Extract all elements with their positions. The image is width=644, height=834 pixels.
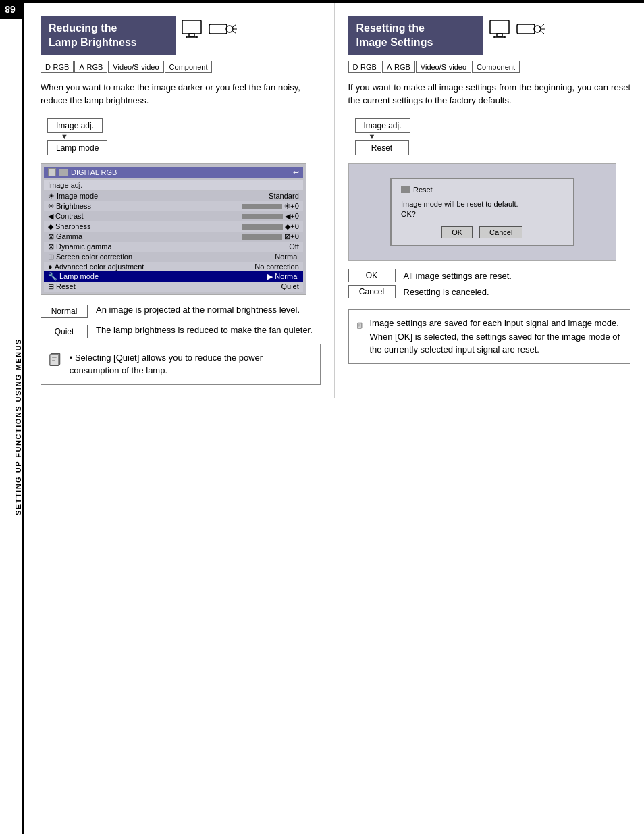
svg-rect-15	[494, 36, 505, 38]
screenshot-header-row: Image adj.	[44, 180, 303, 190]
svg-rect-22	[357, 323, 361, 328]
normal-description: An image is projected at the normal brig…	[96, 303, 300, 317]
screenshot-row-dynamic-gamma: ⊠ Dynamic gamma Off	[44, 242, 303, 252]
svg-rect-0	[182, 20, 201, 34]
right-note-box: Image settings are saved for each input …	[348, 309, 631, 364]
dialog-message-1: Image mode will be reset to default.	[401, 199, 564, 209]
svg-line-5	[233, 24, 236, 27]
left-section-header: Reducing the Lamp Brightness	[41, 16, 321, 55]
right-tag-component: Component	[472, 61, 520, 73]
result-ok-text: All image settings are reset.	[404, 271, 512, 281]
reset-dialog-screenshot: Reset Image mode will be reset to defaul…	[348, 163, 617, 261]
result-cancel-text: Resetting is canceled.	[404, 287, 489, 297]
page-container: SETTING UP FUNCTIONS USING MENUS 68 Redu…	[0, 0, 644, 834]
dialog-cancel-button[interactable]: Cancel	[479, 226, 522, 238]
option-normal-row: Normal An image is projected at the norm…	[41, 303, 321, 318]
screenshot-row-advanced-color: ● Advanced color adjustment No correctio…	[44, 262, 303, 271]
tag-component: Component	[165, 61, 213, 73]
option-quiet-row: Quiet The lamp brightness is reduced to …	[41, 323, 321, 338]
screenshot-row-gamma: ⊠ Gamma ⊠+0	[44, 232, 303, 242]
screenshot-row-image-mode: ☀ Image mode Standard	[44, 191, 303, 201]
dialog-ok-button[interactable]: OK	[441, 226, 473, 238]
monitor-icon-right	[489, 19, 516, 41]
left-menu-nav: Image adj. ▼ Lamp mode	[47, 118, 321, 155]
left-note-text: • Selecting [Quiet] allows you to reduce…	[70, 351, 312, 377]
right-menu-arrow: ▼	[369, 133, 376, 140]
left-column: Reducing the Lamp Brightness	[24, 3, 334, 398]
right-menu-image-adj: Image adj.	[355, 118, 410, 133]
left-screenshot: DIGITAL RGB ↩ Image adj. ☀ Image mode St…	[41, 163, 306, 295]
note-icon	[49, 351, 63, 370]
projector-icon-right	[516, 19, 545, 41]
screenshot-row-screen-color: ⊞ Screen color correction Normal	[44, 252, 303, 262]
dialog-message-2: OK?	[401, 209, 564, 219]
dialog-titlebar: Reset	[401, 186, 564, 194]
dialog-content: Image mode will be reset to default. OK?	[401, 199, 564, 220]
content-area: Reducing the Lamp Brightness	[24, 3, 644, 398]
screenshot-row-reset: ⊟ Reset Quiet	[44, 282, 303, 292]
left-header-icons	[181, 19, 238, 41]
svg-rect-16	[517, 24, 535, 34]
right-tag-d-rgb: D-RGB	[348, 61, 381, 73]
menu-lamp-mode: Lamp mode	[47, 140, 107, 155]
right-tag-video-svideo: Video/S-video	[416, 61, 471, 73]
right-section-title: Resetting the Image Settings	[348, 16, 483, 55]
svg-rect-3	[209, 24, 227, 34]
normal-label: Normal	[41, 305, 88, 318]
screenshot-row-brightness: ✳ Brightness ✳+0	[44, 201, 303, 211]
quiet-description: The lamp brightness is reduced to make t…	[96, 323, 313, 337]
tag-a-rgb: A-RGB	[74, 61, 107, 73]
result-ok-label: OK	[348, 269, 396, 282]
tag-d-rgb: D-RGB	[41, 61, 74, 73]
monitor-icon	[181, 19, 208, 41]
screenshot-row-contrast: ◀ Contrast ◀+0	[44, 211, 303, 221]
result-cancel-row: Cancel Resetting is canceled.	[348, 285, 631, 298]
svg-rect-2	[186, 36, 197, 38]
right-section-header: Resetting the Image Settings	[348, 16, 631, 55]
screenshot-titlebar: DIGITAL RGB ↩	[44, 167, 303, 178]
menu-image-adj: Image adj.	[47, 118, 103, 133]
right-menu-nav: Image adj. ▼ Reset	[355, 118, 631, 155]
screenshot-row-sharpness: ◆ Sharpness ◆+0	[44, 221, 303, 232]
right-column: Resetting the Image Settings	[335, 3, 645, 398]
svg-line-18	[541, 24, 544, 27]
right-menu-reset: Reset	[355, 140, 409, 155]
right-tag-row: D-RGB A-RGB Video/S-video Component	[348, 61, 631, 73]
left-description: When you want to make the image darker o…	[41, 81, 321, 107]
right-header-icons	[489, 19, 545, 41]
menu-arrow-1: ▼	[61, 133, 68, 140]
result-cancel-label: Cancel	[348, 285, 396, 298]
page-number: 68	[0, 0, 22, 19]
note-icon-right	[357, 317, 363, 336]
svg-rect-9	[50, 355, 59, 365]
dialog-title-icon	[401, 186, 410, 193]
sidebar-text: SETTING UP FUNCTIONS USING MENUS	[14, 339, 22, 516]
tag-video-svideo: Video/S-video	[108, 61, 163, 73]
right-tag-a-rgb: A-RGB	[382, 61, 415, 73]
close-btn	[48, 168, 56, 176]
svg-line-7	[233, 31, 236, 34]
sidebar: SETTING UP FUNCTIONS USING MENUS 68	[0, 0, 24, 834]
left-note-box: • Selecting [Quiet] allows you to reduce…	[41, 344, 321, 385]
left-section-title: Reducing the Lamp Brightness	[41, 16, 176, 55]
left-tag-row: D-RGB A-RGB Video/S-video Component	[41, 61, 321, 73]
title-icon	[59, 169, 68, 176]
right-description: If you want to make all image settings f…	[348, 81, 631, 107]
two-columns: Reducing the Lamp Brightness	[24, 3, 644, 398]
dialog-title: Reset	[413, 186, 433, 194]
screenshot-close-label: ↩	[293, 168, 299, 177]
result-ok-row: OK All image settings are reset.	[348, 269, 631, 282]
screenshot-title: DIGITAL RGB	[71, 168, 117, 176]
svg-line-20	[541, 31, 544, 34]
projector-icon	[208, 19, 238, 41]
dialog-box: Reset Image mode will be reset to defaul…	[390, 178, 574, 247]
svg-rect-13	[490, 20, 509, 34]
dialog-buttons: OK Cancel	[401, 226, 564, 238]
screenshot-row-lamp-mode: 🔧 Lamp mode ▶ Normal	[44, 271, 303, 282]
right-note-text: Image settings are saved for each input …	[369, 317, 622, 357]
quiet-label: Quiet	[41, 325, 88, 338]
screenshot-tab: Image adj.	[48, 181, 82, 189]
